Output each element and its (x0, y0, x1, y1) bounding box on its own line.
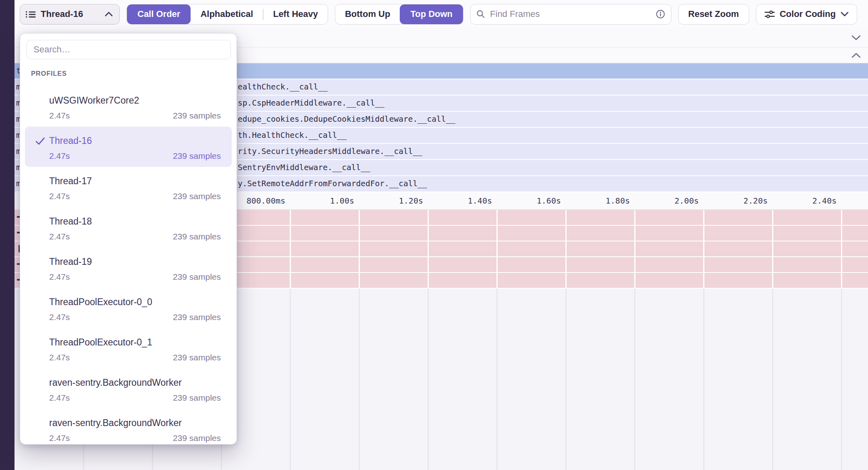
gridline (841, 289, 842, 470)
profiles-list: uWSGIWorker7Core2 2.47s239 samples Threa… (20, 86, 237, 445)
find-frames-input[interactable] (489, 8, 652, 20)
profile-list-item[interactable]: Thread-19 2.47s239 samples (20, 247, 237, 288)
profile-duration: 2.47s (49, 393, 70, 403)
chevron-down-icon[interactable] (851, 35, 861, 40)
gridline (772, 289, 773, 470)
gridline (496, 210, 498, 289)
tab-call-order[interactable]: Call Order (127, 4, 191, 24)
chevron-up-icon (105, 12, 113, 17)
gridline (428, 289, 429, 470)
axis-tick-label: 1.60s (537, 192, 561, 209)
axis-tick-label: 800.00ms (247, 192, 285, 209)
gridline (703, 289, 704, 470)
left-edge-strip (0, 0, 15, 470)
gridline (634, 210, 635, 289)
axis-tick-label: 1.80s (606, 192, 630, 209)
sliders-icon (764, 10, 775, 19)
frame-label: edupe_cookies.DedupeCookiesMiddleware.__… (238, 112, 455, 127)
toolbar: Thread-16 Call Order Alphabetical Left H… (15, 0, 868, 28)
chevron-up-icon[interactable] (851, 53, 861, 58)
profile-duration: 2.47s (49, 312, 70, 322)
profile-name: Thread-18 (49, 216, 221, 227)
profile-duration: 2.47s (49, 433, 70, 443)
thread-selector-button[interactable]: Thread-16 (20, 4, 120, 25)
profile-name: Thread-16 (49, 135, 221, 146)
profile-samples: 239 samples (173, 111, 221, 121)
gridline (565, 210, 567, 289)
chevron-down-icon (841, 12, 849, 17)
frame-label: y.SetRemoteAddrFromForwardedFor.__call__ (238, 176, 427, 191)
profile-samples: 239 samples (173, 353, 221, 362)
profile-selector-dropdown: PROFILES uWSGIWorker7Core2 2.47s239 samp… (20, 33, 237, 445)
profile-duration: 2.47s (49, 111, 70, 121)
axis-tick-label: 1.00s (330, 192, 354, 209)
axis-tick-label: 1.40s (468, 192, 492, 209)
profile-search-input[interactable] (27, 40, 231, 59)
gridline (772, 210, 773, 289)
profile-duration: 2.47s (49, 232, 70, 241)
thread-list-icon (26, 10, 36, 19)
profiling-flamegraph-view: Thread-16 Call Order Alphabetical Left H… (0, 0, 868, 470)
search-icon (476, 10, 485, 19)
profile-name: ThreadPoolExecutor-0_1 (49, 337, 221, 347)
profile-samples: 239 samples (173, 232, 221, 241)
frame-label: SentryEnvMiddleware.__call__ (238, 160, 370, 175)
profile-duration: 2.47s (49, 272, 70, 282)
gridline (359, 210, 360, 289)
profile-list-item[interactable]: raven-sentry.BackgroundWorker 2.47s239 s… (20, 409, 237, 445)
info-icon[interactable] (656, 9, 665, 19)
profile-list-item[interactable]: uWSGIWorker7Core2 2.47s239 samples (20, 86, 237, 127)
profile-samples: 239 samples (173, 151, 221, 161)
profiles-section-label: PROFILES (31, 70, 237, 77)
profile-duration: 2.47s (49, 191, 70, 201)
profile-list-item-selected[interactable]: Thread-16 2.47s239 samples (25, 127, 232, 167)
color-coding-button[interactable]: Color Coding (756, 4, 857, 25)
frame-label: rity.SecurityHeadersMiddleware.__call__ (238, 144, 422, 159)
profile-name: uWSGIWorker7Core2 (49, 95, 221, 106)
tab-top-down[interactable]: Top Down (400, 4, 463, 24)
gridline (359, 289, 360, 470)
profile-name: raven-sentry.BackgroundWorker (49, 418, 221, 428)
tab-left-heavy[interactable]: Left Heavy (264, 4, 328, 24)
profile-samples: 239 samples (173, 433, 221, 443)
profile-name: Thread-17 (49, 176, 221, 186)
gridline (290, 289, 291, 470)
gridline (841, 210, 842, 289)
sort-segmented-control: Call Order Alphabetical Left Heavy (127, 4, 328, 25)
profile-list-item[interactable]: ThreadPoolExecutor-0_0 2.47s239 samples (20, 288, 237, 328)
axis-tick-label: 1.20s (399, 192, 423, 209)
profile-samples: 239 samples (173, 312, 221, 322)
axis-tick-label: 2.00s (675, 192, 699, 209)
gridline (428, 210, 429, 289)
profile-list-item[interactable]: Thread-18 2.47s239 samples (20, 207, 237, 247)
checkmark-icon (35, 137, 45, 145)
find-frames-searchbox[interactable] (470, 4, 671, 25)
gridline (565, 289, 567, 470)
profile-samples: 239 samples (173, 191, 221, 201)
gridline (496, 289, 498, 470)
direction-segmented-control: Bottom Up Top Down (335, 4, 463, 25)
frame-label: ealthCheck.__call__ (238, 79, 328, 95)
profile-duration: 2.47s (49, 353, 70, 362)
profile-samples: 239 samples (173, 393, 221, 403)
gridline (634, 289, 635, 470)
profile-list-item[interactable]: Thread-17 2.47s239 samples (20, 167, 237, 207)
profile-list-item[interactable]: raven-sentry.BackgroundWorker 2.47s239 s… (20, 368, 237, 409)
tab-alphabetical[interactable]: Alphabetical (191, 4, 263, 24)
reset-zoom-label: Reset Zoom (688, 9, 739, 19)
axis-tick-label: 2.20s (743, 192, 768, 209)
axis-tick-label: 2.40s (812, 192, 837, 209)
gridline (703, 210, 704, 289)
frame-label: th.HealthCheck.__call__ (238, 128, 347, 143)
tab-bottom-up[interactable]: Bottom Up (335, 4, 400, 24)
profile-duration: 2.47s (49, 151, 70, 161)
reset-zoom-button[interactable]: Reset Zoom (678, 4, 749, 25)
profile-list-item[interactable]: ThreadPoolExecutor-0_1 2.47s239 samples (20, 328, 237, 368)
color-coding-label: Color Coding (780, 9, 836, 19)
profile-name: Thread-19 (49, 256, 221, 267)
profile-name: ThreadPoolExecutor-0_0 (49, 297, 221, 307)
frame-label: sp.CspHeaderMiddleware.__call__ (238, 96, 384, 111)
thread-selector-label: Thread-16 (41, 9, 83, 19)
profile-name: raven-sentry.BackgroundWorker (49, 377, 221, 388)
gridline (290, 210, 291, 289)
